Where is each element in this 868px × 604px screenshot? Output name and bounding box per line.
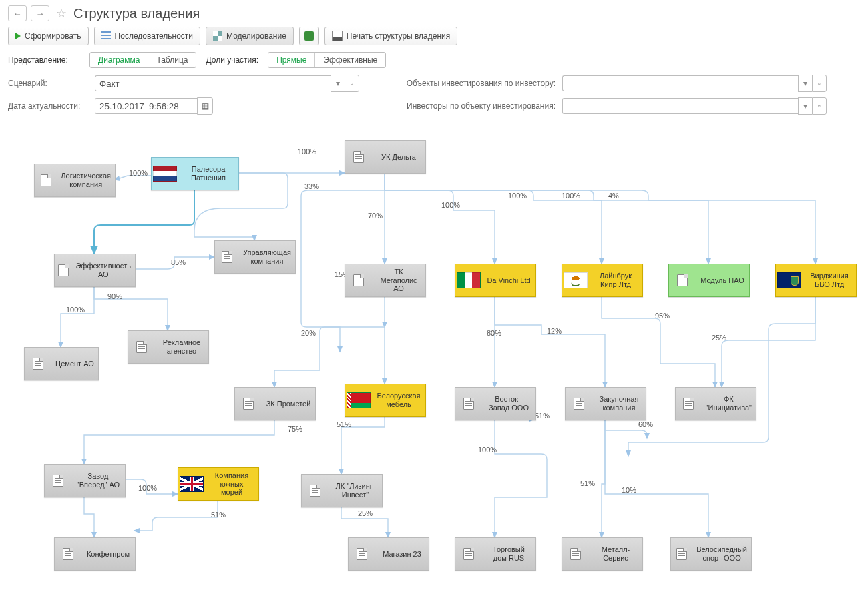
- inv-dropdown-icon[interactable]: ▾: [798, 97, 812, 115]
- node-zakup[interactable]: Закупочная компания: [565, 387, 646, 420]
- node-velo[interactable]: Велосипедный спорт ООО: [670, 537, 752, 571]
- shares-segment: Прямые Эффективные: [268, 52, 386, 68]
- node-palesora[interactable]: Палесора Патнешип: [151, 157, 239, 190]
- svg-text:85%: 85%: [171, 258, 186, 266]
- form-button[interactable]: Сформировать: [8, 27, 89, 45]
- document-icon: [58, 264, 69, 276]
- scenario-label: Сценарий:: [8, 79, 88, 88]
- document-icon: [33, 358, 43, 370]
- node-label: Компания южных морей: [205, 471, 258, 497]
- view-label: Представление:: [8, 55, 80, 65]
- obj-by-investor-combo: ▾ ▫: [562, 75, 860, 92]
- svg-text:100%: 100%: [129, 169, 148, 177]
- document-icon: [570, 548, 581, 560]
- shares-label: Доли участия:: [206, 55, 258, 65]
- bars-icon: [101, 31, 111, 41]
- node-metall[interactable]: Металл-Сервис: [562, 537, 643, 571]
- node-fk_init[interactable]: ФК "Инициатива": [675, 387, 756, 420]
- scenario-open-icon[interactable]: ▫: [345, 75, 359, 92]
- node-mgmt[interactable]: Управляющая компания: [214, 240, 296, 274]
- node-prometey[interactable]: ЗК Прометей: [234, 387, 316, 420]
- play-icon: [15, 33, 21, 39]
- back-button[interactable]: ←: [8, 5, 27, 21]
- obj-dropdown-icon[interactable]: ▾: [798, 75, 812, 92]
- node-modul[interactable]: Модуль ПАО: [668, 264, 750, 297]
- document-icon: [676, 548, 687, 560]
- favorite-star-icon[interactable]: ☆: [56, 6, 67, 21]
- document-icon: [243, 398, 254, 410]
- node-konfet[interactable]: Конфетпром: [54, 537, 136, 571]
- diagram-canvas[interactable]: 100%100%90%100%33%85%70%100%100%100%4%15…: [7, 123, 861, 591]
- svg-text:12%: 12%: [547, 327, 562, 335]
- node-label: Управляющая компания: [239, 248, 295, 265]
- scenario-combo: ▾ ▫: [95, 75, 375, 92]
- svg-text:100%: 100%: [508, 192, 527, 200]
- modeling-button[interactable]: Моделирование: [206, 27, 294, 45]
- document-icon: [353, 151, 364, 163]
- node-tk_mega[interactable]: ТК Мегаполис АО: [345, 264, 426, 297]
- node-label: Модуль ПАО: [696, 276, 749, 285]
- date-label: Дата актуальности:: [8, 101, 88, 111]
- scenario-dropdown-icon[interactable]: ▾: [331, 75, 345, 92]
- svg-text:25%: 25%: [358, 509, 373, 517]
- view-diagram[interactable]: Диаграмма: [90, 53, 148, 67]
- sequences-button[interactable]: Последовательности: [94, 27, 200, 45]
- svg-text:51%: 51%: [535, 412, 550, 420]
- print-button[interactable]: Печать структуры владения: [324, 27, 457, 45]
- node-cement[interactable]: Цемент АО: [24, 347, 99, 380]
- date-input[interactable]: [95, 98, 197, 114]
- view-table[interactable]: Таблица: [148, 53, 196, 67]
- svg-text:100%: 100%: [66, 306, 85, 314]
- inv-open-icon[interactable]: ▫: [812, 97, 827, 115]
- document-icon: [463, 548, 474, 560]
- calendar-icon[interactable]: ▦: [197, 97, 213, 115]
- node-label: ЗК Прометей: [262, 400, 315, 408]
- svg-text:100%: 100%: [562, 192, 580, 200]
- node-vostok[interactable]: Восток - Запад ООО: [455, 387, 536, 420]
- node-label: Белорусская мебель: [372, 392, 425, 408]
- shares-direct[interactable]: Прямые: [268, 53, 314, 67]
- svg-text:20%: 20%: [301, 329, 316, 337]
- document-icon: [136, 341, 147, 353]
- node-uk_delta[interactable]: УК Дельта: [345, 140, 426, 174]
- obj-by-investor-input[interactable]: [562, 75, 798, 91]
- node-virgin[interactable]: Вирджиния БВО Лтд: [775, 264, 857, 297]
- node-logistics[interactable]: Логистическая компания: [34, 164, 116, 197]
- node-label: Завод "Вперед" АО: [71, 472, 125, 489]
- document-icon: [463, 398, 474, 410]
- node-label: ЛК "Лизинг-Инвест": [329, 482, 382, 499]
- node-label: Магазин 23: [375, 550, 429, 559]
- document-icon: [357, 548, 367, 560]
- node-belarus[interactable]: Белорусская мебель: [345, 384, 426, 417]
- grid-icon: [213, 31, 222, 41]
- node-eff_ao[interactable]: Эффективность АО: [54, 254, 136, 287]
- node-label: Эффективность АО: [71, 262, 135, 278]
- shares-effective[interactable]: Эффективные: [314, 53, 385, 67]
- node-vpered[interactable]: Завод "Вперед" АО: [44, 464, 126, 497]
- investors-by-obj-input[interactable]: [562, 98, 798, 114]
- node-label: Лайнбрук Кипр Лтд: [589, 272, 642, 288]
- node-label: Конфетпром: [81, 550, 135, 559]
- svg-text:60%: 60%: [638, 420, 653, 428]
- document-icon: [574, 398, 584, 410]
- forward-button[interactable]: →: [31, 5, 49, 21]
- node-label: ТК Мегаполис АО: [372, 268, 425, 293]
- svg-text:25%: 25%: [712, 334, 726, 342]
- svg-text:70%: 70%: [368, 212, 383, 220]
- node-torgdom[interactable]: Торговый дом RUS: [455, 537, 536, 571]
- flag-it-icon: [457, 272, 481, 288]
- document-icon: [41, 174, 51, 186]
- node-lizing[interactable]: ЛК "Лизинг-Инвест": [301, 474, 383, 507]
- node-adagency[interactable]: Рекламное агенство: [128, 330, 209, 364]
- node-lainbruk[interactable]: Лайнбрук Кипр Лтд: [562, 264, 643, 297]
- sequences-label: Последовательности: [115, 31, 193, 41]
- scenario-input[interactable]: [95, 75, 331, 91]
- flag-nl-icon: [153, 166, 177, 182]
- modeling-label: Моделирование: [226, 31, 286, 41]
- book-button[interactable]: [299, 27, 319, 45]
- node-kym[interactable]: Компания южных морей: [178, 467, 259, 501]
- node-mag23[interactable]: Магазин 23: [348, 537, 429, 571]
- node-davinci[interactable]: Da Vinchi Ltd: [455, 264, 536, 297]
- node-label: Логистическая компания: [57, 172, 115, 188]
- obj-open-icon[interactable]: ▫: [812, 75, 827, 92]
